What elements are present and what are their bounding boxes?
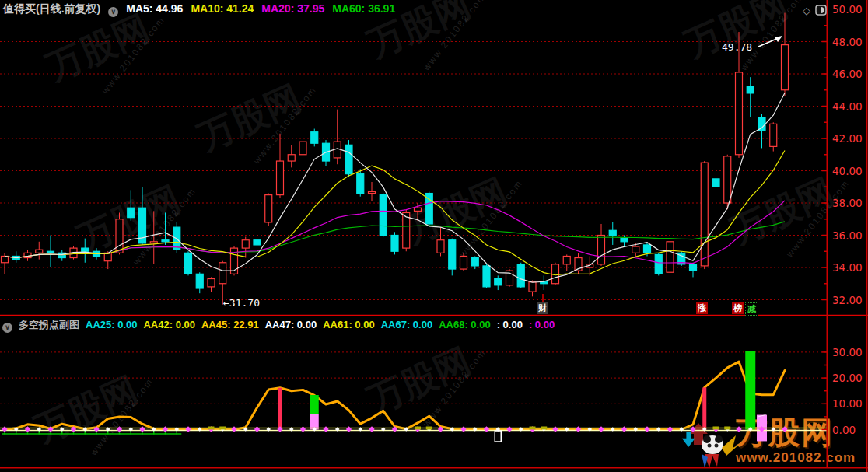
indicator-axis-label: 20.00 [832,372,863,384]
stock-chart-window: { "header": { "title": "值得买(日线.前复权)", "m… [0,0,868,472]
price-axis-label: 34.00 [832,261,863,274]
aa67-value: AA67: 0.00 [381,319,432,330]
sub-chevron-down-icon[interactable]: ∨ [2,323,12,333]
price-axis-label: 46.00 [832,68,863,80]
indicator-axis-label: 10.00 [832,397,863,410]
extra-value-magenta: : 0.00 [529,319,555,330]
ma10-value: MA10: 41.24 [191,2,254,15]
event-label-cai[interactable]: 财 [537,302,548,314]
main-chart-header: 值得买(日线.前复权)∨MA5: 44.96MA10: 41.24MA20: 3… [3,2,403,17]
event-label-jian[interactable]: 减 [745,302,758,316]
price-axis-label: 40.00 [832,165,863,177]
chevron-down-icon[interactable]: ∨ [108,7,118,17]
price-axis-label: 44.00 [832,100,863,113]
aa42-value: AA42: 0.00 [143,319,194,330]
price-axis-label: 32.00 [832,294,863,306]
ma20-value: MA20: 37.95 [261,2,324,15]
diamond-icon[interactable]: ◇ [803,5,810,16]
indicator-title: 多空拐点副图 [19,319,79,330]
price-axis-label: 50.00 [832,3,863,16]
price-axis-label: 42.00 [832,132,863,145]
ma60-value: MA60: 36.91 [332,2,395,15]
aa45-value: AA45: 22.91 [201,319,259,330]
ma5-value: MA5: 44.96 [126,2,183,15]
sub-chart-header: ∨多空拐点副图AA25: 0.00AA42: 0.00AA45: 22.91AA… [2,318,561,333]
low-price-annotation: ←31.70 [223,297,260,309]
aa68-value: AA68: 0.00 [439,319,490,330]
indicator-axis-label: 0.00 [832,424,856,436]
price-axis-label: 36.00 [832,229,863,242]
aa47-value: AA47: 0.00 [265,319,317,330]
pane-control-icons: ◇ [803,3,827,17]
extra-value-white: : 0.00 [497,319,523,330]
pane-layout-icon[interactable] [815,5,827,16]
aa25-value: AA25: 0.00 [86,319,137,330]
price-axis-label: 38.00 [832,197,863,209]
security-title: 值得买(日线.前复权) [3,2,100,15]
aa61-value: AA61: 0.00 [323,319,374,330]
event-label-bang[interactable]: 榜 [732,302,744,314]
indicator-axis-label: 30.00 [832,346,863,358]
event-label-zhang[interactable]: 涨 [696,302,708,314]
price-axis-label: 48.00 [832,36,863,48]
chart-canvas: 50.0048.0046.0044.0042.0040.0038.0036.00… [0,0,868,472]
high-price-annotation: 49.78 [722,41,752,53]
